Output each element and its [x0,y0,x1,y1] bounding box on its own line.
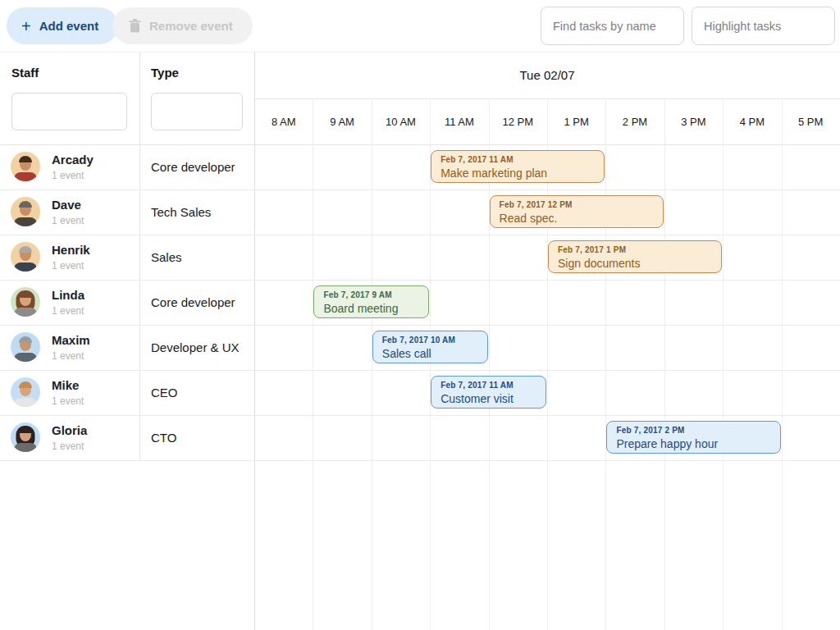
avatar [11,377,40,407]
avatar-hair [19,381,32,388]
staff-event-count: 1 event [52,215,84,226]
event-title: Sales call [382,347,478,360]
event-title: Board meeting [323,302,419,315]
hour-header-cell: 9 AM [313,98,371,144]
event-bar[interactable]: Feb 7, 2017 12 PMRead spec. [490,195,664,228]
event-bar[interactable]: Feb 7, 2017 9 AMBoard meeting [313,285,429,318]
hour-header-cell: 3 PM [664,98,723,144]
scheduler-app: + Add event Remove event Staff Type Tue … [0,0,840,630]
avatar [11,197,40,226]
type-filter-input[interactable] [151,93,243,130]
hour-header-cell: 4 PM [723,98,781,144]
remove-event-button[interactable]: Remove event [112,7,253,44]
timeline-divider [254,52,255,630]
avatar-shirt [14,443,37,452]
row-divider [0,460,840,461]
event-title: Make marketing plan [441,167,595,180]
staff-cell[interactable]: Dave1 event [0,189,139,235]
find-tasks-input[interactable] [541,7,684,45]
staff-cell[interactable]: Mike1 event [0,370,139,415]
type-cell[interactable]: Tech Sales [139,189,254,235]
event-title: Read spec. [500,212,654,225]
staff-filter-input[interactable] [11,93,127,130]
plus-icon: + [21,18,31,34]
event-date: Feb 7, 2017 11 AM [441,155,595,165]
type-cell[interactable]: Core developer [139,280,254,325]
remove-event-label: Remove event [149,19,233,33]
event-title: Customer visit [441,392,536,405]
avatar-hair [19,336,32,343]
event-title: Prepare happy hour [616,437,770,450]
hour-gridline [372,98,372,630]
day-header: Tue 02/07 [254,52,840,98]
staff-name: Dave [52,198,81,212]
avatar-shirt [14,398,37,407]
staff-name: Gloria [52,423,87,437]
type-cell[interactable]: Core developer [139,144,254,189]
staff-column-header: Staff [11,66,39,80]
trash-icon [129,19,141,33]
event-title: Sign documents [558,257,712,270]
event-date: Feb 7, 2017 1 PM [558,245,712,255]
avatar-hair [19,201,32,208]
avatar-shirt [14,172,37,181]
hour-header-cell: 10 AM [372,98,430,144]
avatar [11,242,40,272]
staff-cell[interactable]: Gloria1 event [0,415,139,460]
hour-gridline [664,98,665,630]
type-cell[interactable]: CEO [139,370,254,415]
staff-event-count: 1 event [52,441,84,452]
staff-name: Arcady [52,153,94,167]
add-event-label: Add event [39,19,99,33]
hour-gridline [313,98,313,630]
toolbar-divider [0,52,840,52]
avatar-shirt [14,353,37,362]
staff-name: Linda [52,288,84,302]
event-date: Feb 7, 2017 12 PM [500,200,654,210]
add-event-button[interactable]: + Add event [7,7,118,44]
staff-event-count: 1 event [52,260,84,272]
avatar-shirt [14,217,37,226]
hour-gridline [782,98,783,630]
staff-event-count: 1 event [52,170,84,181]
event-bar[interactable]: Feb 7, 2017 10 AMSales call [372,331,488,363]
staff-event-count: 1 event [52,305,84,317]
staff-cell[interactable]: Maxim1 event [0,325,139,370]
hour-gridline [723,98,724,630]
hour-gridline [605,98,606,630]
avatar-shirt [14,308,37,317]
hour-header-cell: 8 AM [254,98,313,144]
highlight-tasks-input[interactable] [692,7,835,45]
staff-event-count: 1 event [52,350,84,362]
event-date: Feb 7, 2017 2 PM [616,426,770,436]
avatar [11,332,40,362]
event-bar[interactable]: Feb 7, 2017 1 PMSign documents [548,240,722,273]
avatar [11,422,40,452]
avatar [11,287,40,317]
staff-name: Mike [52,378,79,392]
event-bar[interactable]: Feb 7, 2017 2 PMPrepare happy hour [606,421,780,454]
type-column-header: Type [151,66,179,80]
type-cell[interactable]: Sales [139,235,254,280]
staff-cell[interactable]: Arcady1 event [0,144,139,189]
avatar-hair [19,156,32,162]
hour-header-cell: 11 AM [430,98,488,144]
staff-event-count: 1 event [52,395,84,407]
hour-header-cell: 12 PM [489,98,547,144]
staff-name: Maxim [52,333,90,347]
type-cell[interactable]: Developer & UX [139,325,254,370]
event-bar[interactable]: Feb 7, 2017 11 AMMake marketing plan [431,150,605,183]
event-date: Feb 7, 2017 11 AM [441,381,536,390]
event-bar[interactable]: Feb 7, 2017 11 AMCustomer visit [431,376,546,409]
hour-header-cell: 1 PM [547,98,605,144]
avatar [11,152,40,181]
staff-cell[interactable]: Linda1 event [0,280,139,325]
hour-header-cell: 2 PM [605,98,664,144]
avatar-shirt [14,262,37,272]
hour-header-cell: 5 PM [782,98,840,144]
event-date: Feb 7, 2017 9 AM [323,290,419,300]
avatar-hair [19,246,32,253]
staff-cell[interactable]: Henrik1 event [0,235,139,280]
type-cell[interactable]: CTO [139,415,254,460]
event-date: Feb 7, 2017 10 AM [382,336,478,345]
